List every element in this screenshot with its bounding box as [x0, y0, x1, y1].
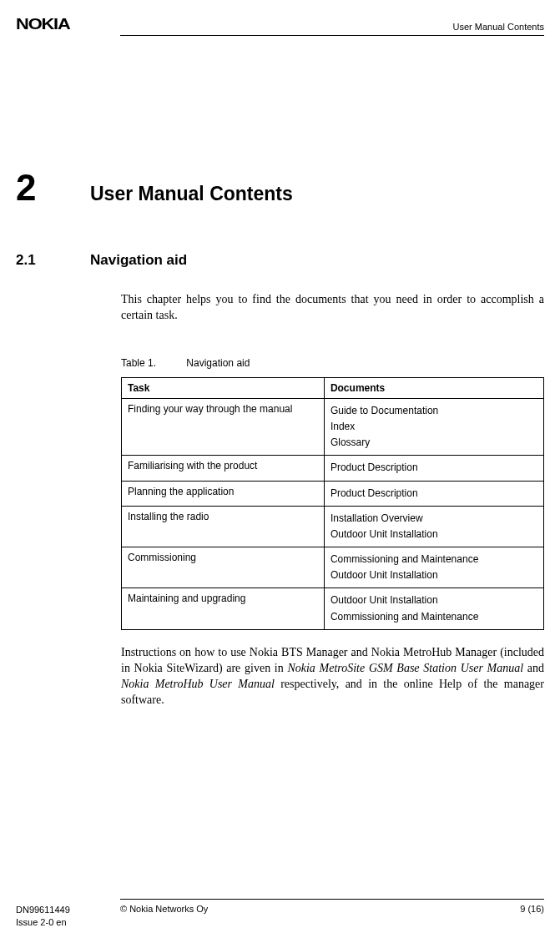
document-item: Outdoor Unit Installation — [330, 567, 537, 583]
footer-rule — [120, 899, 544, 900]
after-table-paragraph: Instructions on how to use Nokia BTS Man… — [121, 645, 544, 709]
chapter-title: User Manual Contents — [90, 183, 293, 205]
document-item: Product Description — [330, 486, 537, 502]
page-header: NOKIA User Manual Contents — [16, 15, 544, 33]
navigation-table: Task Documents Finding your way through … — [121, 377, 544, 630]
document-item: Commissioning and Maintenance — [330, 552, 537, 567]
table-cell-documents: Guide to DocumentationIndexGlossary — [324, 398, 543, 456]
italic-title-1: Nokia MetroSite GSM Base Station User Ma… — [287, 662, 523, 674]
section-number: 2.1 — [16, 252, 90, 269]
table-cell-documents: Installation OverviewOutdoor Unit Instal… — [324, 506, 543, 547]
table-header-task: Task — [122, 377, 325, 398]
table-cell-documents: Product Description — [324, 481, 543, 506]
table-cell-documents: Commissioning and MaintenanceOutdoor Uni… — [324, 547, 543, 588]
chapter-heading: 2 User Manual Contents — [16, 169, 544, 206]
table-row: Finding your way through the manualGuide… — [122, 398, 544, 456]
table-header-row: Task Documents — [122, 377, 544, 398]
table-cell-task: Maintaining and upgrading — [122, 588, 325, 629]
table-row: Installing the radioInstallation Overvie… — [122, 506, 544, 547]
nokia-logo: NOKIA — [16, 15, 70, 33]
table-row: CommissioningCommissioning and Maintenan… — [122, 547, 544, 588]
table-cell-documents: Product Description — [324, 456, 543, 481]
document-item: Product Description — [330, 460, 537, 476]
document-item: Outdoor Unit Installation — [330, 527, 537, 542]
document-item: Installation Overview — [330, 511, 537, 527]
text-segment: and — [523, 662, 544, 674]
footer-doc-id: DN99611449 — [16, 904, 120, 915]
table-caption: Table 1. Navigation aid — [121, 357, 544, 369]
document-item: Commissioning and Maintenance — [330, 609, 537, 625]
footer-doc-info: DN99611449 Issue 2-0 en — [16, 904, 120, 928]
table-row: Maintaining and upgradingOutdoor Unit In… — [122, 588, 544, 629]
footer-copyright: © Nokia Networks Oy — [120, 904, 520, 928]
document-item: Index — [330, 419, 537, 435]
table-cell-task: Familiarising with the product — [122, 456, 325, 481]
footer-issue: Issue 2-0 en — [16, 916, 120, 928]
table-cell-task: Installing the radio — [122, 506, 325, 547]
document-item: Glossary — [330, 435, 537, 451]
table-header-documents: Documents — [324, 377, 543, 398]
table-cell-task: Planning the application — [122, 481, 325, 506]
italic-title-2: Nokia MetroHub User Manual — [121, 678, 275, 690]
header-manual-title: User Manual Contents — [453, 22, 544, 33]
table-cell-task: Finding your way through the manual — [122, 398, 325, 456]
table-caption-text: Navigation aid — [186, 357, 250, 369]
document-item: Guide to Documentation — [330, 403, 537, 419]
section-title: Navigation aid — [90, 252, 187, 269]
table-row: Familiarising with the productProduct De… — [122, 456, 544, 481]
header-rule — [120, 35, 544, 36]
document-item: Outdoor Unit Installation — [330, 593, 537, 608]
table-label: Table 1. — [121, 357, 184, 369]
section-heading: 2.1 Navigation aid — [16, 252, 544, 269]
page-footer: DN99611449 Issue 2-0 en © Nokia Networks… — [16, 899, 544, 928]
table-row: Planning the applicationProduct Descript… — [122, 481, 544, 506]
chapter-number: 2 — [16, 169, 90, 206]
table-cell-documents: Outdoor Unit InstallationCommissioning a… — [324, 588, 543, 629]
table-cell-task: Commissioning — [122, 547, 325, 588]
footer-page-number: 9 (16) — [520, 904, 544, 928]
section-intro: This chapter helps you to find the docum… — [121, 292, 544, 324]
